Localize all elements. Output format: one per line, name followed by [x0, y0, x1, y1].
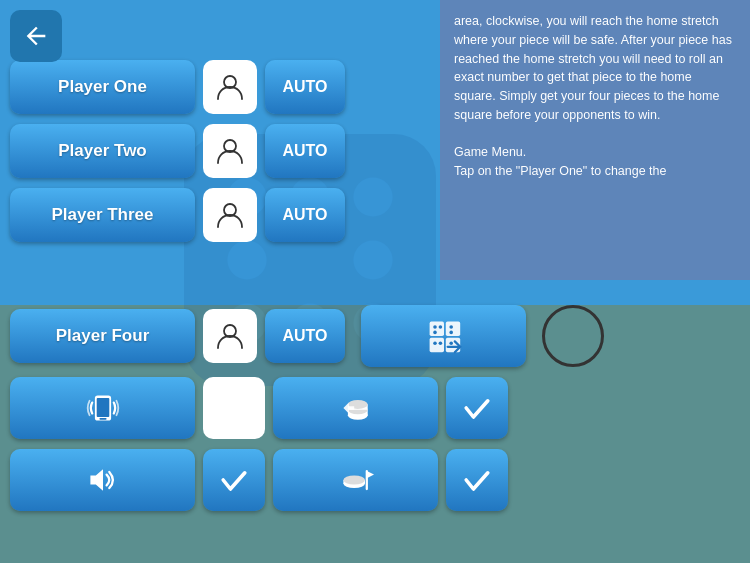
svg-point-17	[433, 325, 437, 329]
player-three-button[interactable]: Player Three	[10, 188, 195, 242]
svg-marker-38	[366, 471, 373, 478]
players-section: Player One AUTO Player Two AUTO Player T…	[10, 60, 440, 252]
board-icon-button[interactable]	[361, 305, 526, 367]
white-square[interactable]	[203, 377, 265, 439]
vibrate-button[interactable]	[10, 377, 195, 439]
player-one-row: Player One AUTO	[10, 60, 440, 114]
svg-rect-27	[96, 398, 109, 417]
sound-button[interactable]	[10, 449, 195, 511]
svg-point-19	[449, 325, 453, 329]
circle-button[interactable]	[542, 305, 604, 367]
player-one-avatar[interactable]	[203, 60, 257, 114]
check-button-2[interactable]	[203, 449, 265, 511]
svg-rect-14	[445, 322, 459, 336]
player-one-button[interactable]: Player One	[10, 60, 195, 114]
coins-button[interactable]	[273, 377, 438, 439]
back-button[interactable]	[10, 10, 62, 62]
check-button-1[interactable]	[446, 377, 508, 439]
info-panel: area, clockwise, you will reach the home…	[440, 0, 750, 280]
svg-point-23	[449, 341, 453, 345]
puck-button[interactable]	[273, 449, 438, 511]
svg-rect-13	[429, 322, 443, 336]
check-button-3[interactable]	[446, 449, 508, 511]
svg-rect-28	[99, 418, 106, 420]
controls-row-2	[10, 449, 740, 511]
svg-point-21	[449, 331, 453, 335]
player-two-avatar[interactable]	[203, 124, 257, 178]
player-three-auto[interactable]: AUTO	[265, 188, 345, 242]
player-four-row: Player Four AUTO	[10, 305, 740, 367]
svg-point-36	[343, 476, 365, 485]
controls-row-1	[10, 377, 740, 439]
svg-point-18	[438, 325, 442, 329]
svg-point-24	[438, 341, 442, 345]
info-text: area, clockwise, you will reach the home…	[454, 12, 736, 181]
player-two-row: Player Two AUTO	[10, 124, 440, 178]
svg-point-22	[433, 341, 437, 345]
svg-point-20	[433, 331, 437, 335]
player-three-row: Player Three AUTO	[10, 188, 440, 242]
svg-rect-15	[429, 338, 443, 352]
player-four-button[interactable]: Player Four	[10, 309, 195, 363]
player-three-avatar[interactable]	[203, 188, 257, 242]
player-one-auto[interactable]: AUTO	[265, 60, 345, 114]
player-four-avatar[interactable]	[203, 309, 257, 363]
player-two-button[interactable]: Player Two	[10, 124, 195, 178]
player-two-auto[interactable]: AUTO	[265, 124, 345, 178]
player-four-auto[interactable]: AUTO	[265, 309, 345, 363]
bottom-section: Player Four AUTO	[10, 305, 740, 511]
controls-rows	[10, 377, 740, 511]
